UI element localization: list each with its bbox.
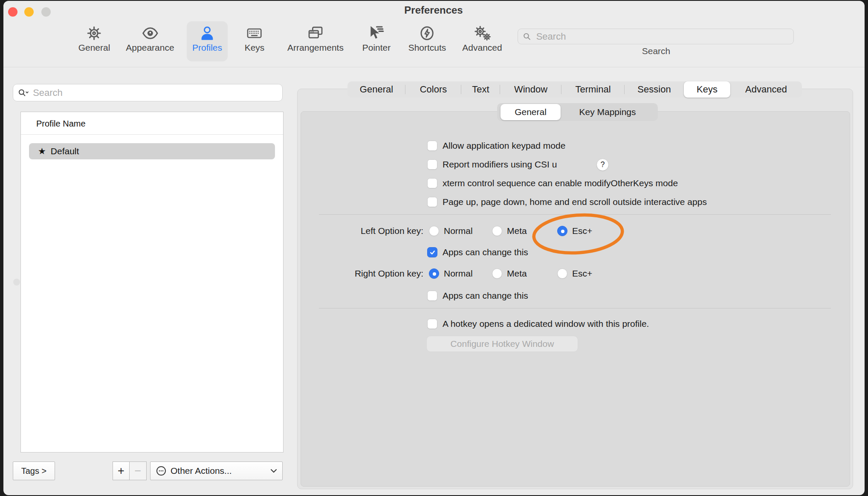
toolbar-label: General	[78, 43, 110, 53]
radio-icon-selected[interactable]	[429, 268, 439, 279]
add-remove-group: + −	[113, 461, 147, 480]
minimize-button[interactable]	[24, 7, 34, 17]
profile-list: Profile Name ★ Default	[20, 112, 284, 453]
chevron-down-icon	[270, 469, 277, 473]
tab-terminal[interactable]: Terminal	[561, 81, 625, 98]
other-actions-label: Other Actions...	[171, 466, 232, 476]
profile-name: Default	[51, 146, 79, 156]
checkbox-label: A hotkey opens a dedicated window with t…	[443, 319, 649, 329]
radio-right-normal[interactable]: Normal	[429, 268, 473, 280]
help-button[interactable]: ?	[596, 159, 609, 171]
tab-keys[interactable]: Keys	[684, 81, 730, 98]
toolbar-search-field[interactable]	[518, 29, 794, 44]
splitter-handle[interactable]	[13, 279, 20, 285]
ellipsis-circle-icon	[156, 465, 167, 476]
toolbar-label: Profiles	[192, 43, 222, 53]
radio-left-esc[interactable]: Esc+	[557, 225, 592, 237]
remove-profile-button[interactable]: −	[130, 461, 147, 480]
tab-advanced[interactable]: Advanced	[730, 81, 802, 98]
tags-button[interactable]: Tags >	[13, 461, 55, 480]
profile-row-default[interactable]: ★ Default	[29, 143, 275, 159]
right-apps-can-change-row: Apps can change this	[427, 290, 528, 302]
checkbox-label: xterm control sequence can enable modify…	[443, 178, 678, 188]
list-header-divider	[21, 134, 283, 135]
radio-icon-selected[interactable]	[557, 226, 567, 236]
toolbar-item-shortcuts[interactable]: Shortcuts	[408, 23, 446, 53]
toolbar-label: Pointer	[362, 43, 391, 53]
toolbar-label: Advanced	[462, 43, 502, 53]
search-icon	[522, 32, 532, 42]
apps-can-change-checkbox-checked[interactable]	[427, 247, 437, 257]
checkbox-row: Allow application keypad mode	[427, 140, 565, 152]
keys-general-pane	[301, 111, 850, 487]
toolbar-divider	[3, 67, 865, 67]
tab-session[interactable]: Session	[625, 81, 684, 98]
apps-can-change-checkbox[interactable]	[427, 291, 437, 301]
search-with-chevron-icon	[17, 88, 29, 98]
toolbar-item-profiles[interactable]: Profiles	[192, 23, 222, 53]
configure-hotkey-window-button[interactable]: Configure Hotkey Window	[426, 336, 578, 352]
windows-icon	[287, 23, 344, 42]
csi-u-checkbox[interactable]	[427, 159, 437, 170]
radio-label: Meta	[507, 226, 527, 236]
radio-label: Esc+	[572, 268, 592, 279]
radio-label: Esc+	[572, 226, 592, 236]
checkbox-label: Page up, page down, home and end scroll …	[443, 197, 707, 207]
toolbar-item-keys[interactable]: Keys	[245, 23, 265, 53]
toolbar-search-input[interactable]	[535, 31, 789, 43]
checkbox-label: Apps can change this	[443, 291, 528, 301]
modify-other-keys-checkbox[interactable]	[427, 178, 437, 188]
add-profile-button[interactable]: +	[113, 461, 130, 480]
zoom-button[interactable]	[41, 7, 51, 17]
radio-icon[interactable]	[557, 268, 567, 279]
gears-icon	[462, 23, 502, 42]
toolbar-item-appearance[interactable]: Appearance	[126, 23, 174, 53]
keys-subtabs: General Key Mappings	[497, 103, 658, 121]
cursor-icon	[362, 23, 391, 42]
radio-right-esc[interactable]: Esc+	[557, 268, 592, 280]
tab-colors[interactable]: Colors	[405, 81, 461, 98]
toolbar-label: Arrangements	[287, 43, 344, 53]
subtab-general[interactable]: General	[501, 104, 561, 120]
checkbox-row: Report modifiers using CSI u	[427, 159, 557, 170]
hotkey-checkbox[interactable]	[427, 319, 437, 329]
tab-general[interactable]: General	[347, 81, 405, 98]
radio-label: Normal	[444, 226, 473, 236]
checkbox-row: Page up, page down, home and end scroll …	[427, 196, 707, 208]
page-scroll-checkbox[interactable]	[427, 197, 437, 207]
tab-window[interactable]: Window	[500, 81, 561, 98]
radio-label: Normal	[444, 268, 473, 279]
hotkey-row: A hotkey opens a dedicated window with t…	[427, 318, 649, 330]
profile-search-field[interactable]	[13, 84, 283, 101]
eye-icon	[126, 23, 174, 42]
allow-keypad-checkbox[interactable]	[427, 141, 437, 151]
checkbox-label: Apps can change this	[443, 247, 528, 257]
checkbox-label: Report modifiers using CSI u	[443, 159, 557, 170]
profile-search-input[interactable]	[32, 87, 278, 99]
profile-section-tabs: General Colors Text Window Terminal Sess…	[347, 81, 802, 98]
radio-left-meta[interactable]: Meta	[492, 225, 527, 237]
radio-icon[interactable]	[429, 226, 439, 236]
toolbar-label: Appearance	[126, 43, 174, 53]
toolbar-item-arrangements[interactable]: Arrangements	[287, 23, 344, 53]
radio-icon[interactable]	[492, 226, 502, 236]
radio-icon[interactable]	[492, 268, 502, 279]
right-option-key-label: Right Option key:	[285, 268, 423, 280]
other-actions-dropdown[interactable]: Other Actions...	[150, 461, 283, 480]
section-divider	[319, 214, 831, 215]
radio-left-normal[interactable]: Normal	[429, 225, 473, 237]
close-button[interactable]	[8, 7, 17, 17]
preferences-window: Preferences General Appearance	[3, 1, 865, 495]
toolbar-label: Shortcuts	[408, 43, 446, 53]
section-divider	[319, 308, 831, 309]
profile-list-header: Profile Name	[36, 119, 86, 129]
radio-right-meta[interactable]: Meta	[492, 268, 527, 280]
subtab-key-mappings[interactable]: Key Mappings	[561, 104, 654, 120]
gear-icon	[78, 23, 110, 42]
radio-label: Meta	[507, 268, 527, 279]
keyboard-icon	[245, 23, 265, 42]
toolbar-item-general[interactable]: General	[78, 23, 110, 53]
toolbar-item-pointer[interactable]: Pointer	[362, 23, 391, 53]
tab-text[interactable]: Text	[461, 81, 500, 98]
toolbar-item-advanced[interactable]: Advanced	[462, 23, 502, 53]
